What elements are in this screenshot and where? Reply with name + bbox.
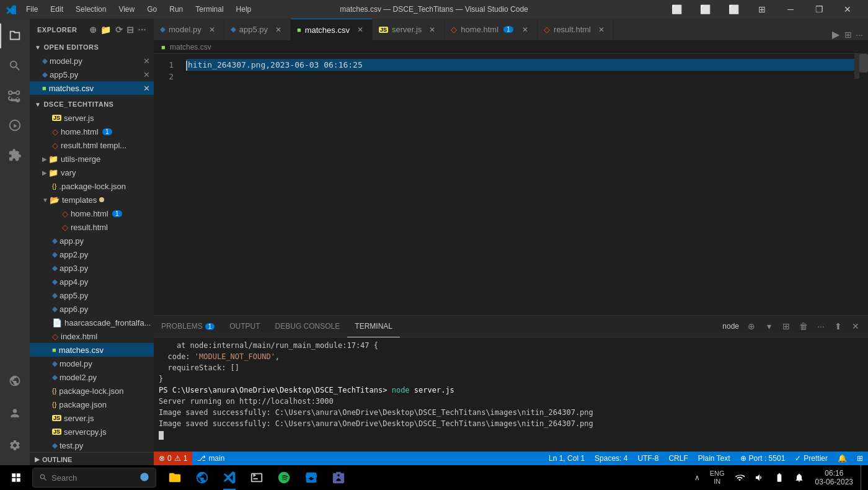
menu-help[interactable]: Help bbox=[231, 4, 257, 15]
more-actions-icon[interactable]: ··· bbox=[138, 25, 146, 35]
menu-view[interactable]: View bbox=[113, 4, 140, 15]
split-editor-icon[interactable]: ⊞ bbox=[844, 30, 852, 40]
taskbar-app-file-explorer[interactable] bbox=[161, 465, 188, 490]
file-server-js2[interactable]: JS server.js bbox=[30, 411, 154, 425]
menu-run[interactable]: Run bbox=[164, 4, 188, 15]
close-matches-csv-icon[interactable]: ✕ bbox=[143, 84, 150, 93]
toggle-panel-btn[interactable]: ⬜ bbox=[691, 0, 719, 19]
taskbar-app-vscode[interactable] bbox=[216, 465, 243, 490]
file-app4-py[interactable]: ◆ app4.py bbox=[30, 275, 154, 288]
tab-model-py[interactable]: ◆ model.py ✕ bbox=[154, 19, 224, 40]
search-activity-icon[interactable] bbox=[0, 51, 30, 81]
workspace-section[interactable]: ▼ DSCE_TECHTITANS bbox=[30, 97, 154, 111]
statusbar-notifications[interactable]: 🔔 bbox=[833, 452, 852, 465]
folder-vary[interactable]: ▶ 📁 vary bbox=[30, 166, 154, 179]
close-app5-py-icon[interactable]: ✕ bbox=[143, 70, 150, 79]
menu-edit[interactable]: Edit bbox=[45, 4, 68, 15]
maximize-panel-btn[interactable]: ⬆ bbox=[831, 319, 846, 334]
statusbar-spaces[interactable]: Spaces: 4 bbox=[590, 452, 632, 465]
menu-terminal[interactable]: Terminal bbox=[190, 4, 228, 15]
outline-section[interactable]: ▶ OUTLINE bbox=[30, 452, 154, 465]
volume-sys-icon[interactable] bbox=[751, 465, 768, 490]
file-model2-py[interactable]: ◆ model2.py bbox=[30, 370, 154, 384]
source-control-activity-icon[interactable] bbox=[0, 81, 30, 110]
statusbar-language[interactable]: Plain Text bbox=[693, 452, 735, 465]
statusbar-branch[interactable]: ⎇ main bbox=[192, 452, 229, 465]
taskbar-app-teams[interactable] bbox=[325, 465, 352, 490]
menu-selection[interactable]: Selection bbox=[71, 4, 111, 15]
statusbar-errors[interactable]: ⊗ 0 ⚠ 1 bbox=[154, 452, 192, 465]
file-server-js[interactable]: JS server.js bbox=[30, 111, 154, 125]
file-app-py[interactable]: ◆ app.py bbox=[30, 234, 154, 247]
new-file-icon[interactable]: ⊕ bbox=[89, 25, 97, 35]
tab-server-js[interactable]: JS server.js ✕ bbox=[373, 19, 445, 40]
wifi-sys-icon[interactable] bbox=[731, 465, 748, 490]
panel-tab-debug-console[interactable]: DEBUG CONSOLE bbox=[268, 316, 348, 337]
panel-tab-terminal[interactable]: TERMINAL bbox=[347, 316, 400, 337]
tab-result-html-close[interactable]: ✕ bbox=[596, 24, 607, 35]
file-app3-py[interactable]: ◆ app3.py bbox=[30, 261, 154, 275]
tab-app5-py[interactable]: ◆ app5.py ✕ bbox=[224, 19, 291, 40]
open-editor-model-py[interactable]: ◆ model.py ✕ bbox=[30, 54, 154, 68]
maximize-btn[interactable]: ❐ bbox=[805, 0, 833, 19]
notification-sys-icon[interactable] bbox=[790, 465, 808, 490]
taskbar-app-store[interactable] bbox=[298, 465, 325, 490]
tab-matches-csv-close[interactable]: ✕ bbox=[355, 24, 366, 35]
taskbar-app-terminal[interactable] bbox=[243, 465, 270, 490]
lang-indicator[interactable]: ENGIN bbox=[706, 465, 728, 490]
minimize-btn[interactable]: ─ bbox=[776, 0, 805, 19]
menu-file[interactable]: File bbox=[21, 4, 43, 15]
close-panel-btn[interactable]: ✕ bbox=[848, 319, 863, 334]
file-model-py[interactable]: ◆ model.py bbox=[30, 357, 154, 370]
file-index-html[interactable]: ◇ index.html bbox=[30, 329, 154, 343]
statusbar-eol[interactable]: CRLF bbox=[663, 452, 693, 465]
file-home-html[interactable]: ◇ home.html 1 bbox=[30, 125, 154, 138]
file-app5-py[interactable]: ◆ app5.py bbox=[30, 288, 154, 302]
tab-model-py-close[interactable]: ✕ bbox=[206, 24, 218, 35]
panel-tab-problems[interactable]: PROBLEMS 1 bbox=[154, 316, 222, 337]
run-debug-activity-icon[interactable] bbox=[0, 110, 30, 140]
more-tabs-icon[interactable]: ··· bbox=[856, 30, 863, 40]
code-content[interactable]: hitin_264307.png,2023-06-03 06:16:25 bbox=[179, 54, 854, 315]
minimap-slider[interactable] bbox=[854, 54, 859, 79]
close-btn[interactable]: ✕ bbox=[833, 0, 862, 19]
kill-terminal-btn[interactable]: 🗑 bbox=[796, 319, 811, 334]
start-button[interactable] bbox=[2, 465, 30, 490]
show-desktop-btn[interactable] bbox=[861, 465, 863, 490]
close-model-py-icon[interactable]: ✕ bbox=[143, 56, 150, 66]
tab-matches-csv[interactable]: ■ matches.csv ✕ bbox=[291, 19, 373, 40]
file-servercpy-js[interactable]: JS servercpy.js bbox=[30, 425, 154, 439]
terminal-content[interactable]: at node:internal/main/run_main_module:17… bbox=[154, 337, 868, 452]
terminal-more-btn[interactable]: ▾ bbox=[761, 319, 776, 334]
taskbar-app-music[interactable] bbox=[270, 465, 298, 490]
settings-activity-icon[interactable] bbox=[0, 430, 30, 460]
search-box[interactable]: Search bbox=[32, 468, 156, 488]
tab-result-html[interactable]: ◇ result.html ✕ bbox=[538, 19, 614, 40]
file-package-lock2[interactable]: {} package-lock.json bbox=[30, 384, 154, 398]
open-editor-app5-py[interactable]: ◆ app5.py ✕ bbox=[30, 68, 154, 81]
file-templates-home-html[interactable]: ◇ home.html 1 bbox=[30, 207, 154, 220]
file-templates-result-html[interactable]: ◇ result.html bbox=[30, 220, 154, 234]
toggle-secondary-sidebar-btn[interactable]: ⬜ bbox=[719, 0, 748, 19]
tab-app5-py-close[interactable]: ✕ bbox=[273, 24, 284, 35]
clock[interactable]: 06:16 03-06-2023 bbox=[810, 469, 858, 486]
open-editor-matches-csv[interactable]: ■ matches.csv ✕ bbox=[30, 81, 154, 95]
file-haarcascade[interactable]: 📄 haarcascade_frontalfa... bbox=[30, 316, 154, 329]
statusbar-encoding[interactable]: UTF-8 bbox=[632, 452, 663, 465]
file-package-lock-json[interactable]: {} .package-lock.json bbox=[30, 179, 154, 193]
folder-templates[interactable]: ▼ 📂 templates bbox=[30, 193, 154, 207]
statusbar-port[interactable]: ⊕ Port : 5501 bbox=[735, 452, 790, 465]
tab-home-html-close[interactable]: ✕ bbox=[520, 24, 531, 35]
remote-icon[interactable] bbox=[0, 366, 30, 396]
new-terminal-btn[interactable]: ⊕ bbox=[744, 319, 759, 334]
scrollbar-thumb[interactable] bbox=[859, 54, 868, 73]
code-editor[interactable]: 1 2 hitin_264307.png,2023-06-03 06:16:25 bbox=[154, 54, 868, 315]
toggle-primary-sidebar-btn[interactable]: ⬜ bbox=[662, 0, 691, 19]
refresh-icon[interactable]: ⟳ bbox=[115, 25, 123, 35]
chevron-icon[interactable]: ∧ bbox=[691, 465, 704, 490]
tab-server-js-close[interactable]: ✕ bbox=[427, 24, 438, 35]
taskbar-app-browser[interactable] bbox=[188, 465, 216, 490]
file-matches-csv[interactable]: ■ matches.csv bbox=[30, 343, 154, 357]
panel-tab-output[interactable]: OUTPUT bbox=[222, 316, 267, 337]
open-editors-section[interactable]: ▼ OPEN EDITORS bbox=[30, 40, 154, 54]
